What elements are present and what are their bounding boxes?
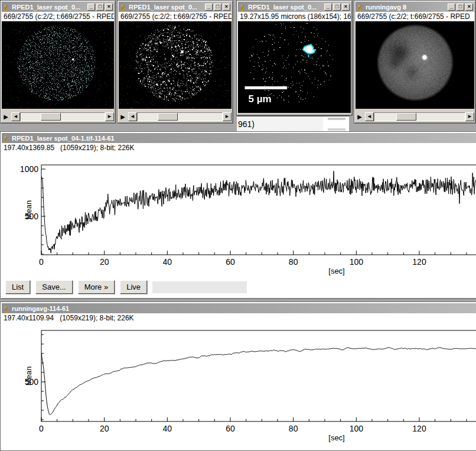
play-icon[interactable]: ▶ [119,113,127,120]
minimize-icon[interactable]: _ [87,4,95,11]
image-canvas[interactable] [119,21,232,109]
svg-text:80: 80 [289,257,298,267]
status-text: 669/2755 (c:2/2; t:669/2755 - RPED [119,12,232,21]
background-window[interactable]: 961) [237,116,349,132]
svg-text:Mean: Mean [24,200,33,220]
window-plot-raw[interactable]: RPED1_laser spot_04-1.tif-114-61 197.40x… [0,131,476,299]
svg-text:100: 100 [350,424,364,433]
imagej-icon [3,135,10,142]
maximize-icon[interactable]: □ [457,4,464,11]
imagej-icon [3,305,10,312]
svg-text:[sec]: [sec] [328,267,344,275]
scrollbar-thumb[interactable] [41,113,61,121]
window-laser-spot-3[interactable]: RPED1_laser spot_0... _ □ × 19.27x15.95 … [236,0,353,116]
title-bar[interactable]: runningavg-114-61 [2,303,476,313]
status-text: 669/2755 (c:2/2; t:669/2755 - RPED [356,12,474,21]
frame-scrollbar[interactable]: ◀ ▶ [128,112,232,121]
maximize-icon[interactable]: □ [96,4,104,11]
svg-text:40: 40 [163,257,172,267]
scrollbar-track[interactable] [137,112,223,121]
scrollbar-thumb[interactable] [158,113,178,121]
scrollbar-track[interactable] [374,112,465,121]
status-text: 669/2755 (c:2/2; t:669/2755 - RPED [2,12,114,21]
svg-text:60: 60 [226,257,235,267]
plot-canvas[interactable]: 0204060801001205001000[sec]Mean [2,153,476,278]
save-button[interactable]: Save... [35,280,72,294]
plot-region: 0204060801001205001000[sec]Mean List Sav… [2,153,476,297]
maximize-icon[interactable]: □ [214,4,221,11]
svg-text:120: 120 [412,257,426,267]
scrollbar-track[interactable] [20,112,105,121]
scrollbar-thumb[interactable] [396,113,416,121]
svg-text:0: 0 [39,257,44,267]
background-scrollbar-thumb-2[interactable] [328,128,345,131]
frame-control-bar: ▶ ◀ ▶ [356,109,474,123]
window-runningavg-8[interactable]: runningavg 8 _ □ × 669/2755 (c:2/2; t:66… [354,0,476,124]
frame-scrollbar[interactable]: ◀ ▶ [365,112,474,121]
maximize-icon[interactable]: □ [333,4,341,11]
image-canvas[interactable] [238,21,351,113]
window-title: RPED1_laser spot_0... [129,4,203,11]
frame-scrollbar[interactable]: ◀ ▶ [11,112,114,121]
imagej-icon [239,4,246,11]
svg-text:[sec]: [sec] [328,433,344,442]
svg-text:1000: 1000 [20,164,38,174]
frame-control-bar: ▶ ◀ ▶ [2,109,114,123]
imagej-icon [120,4,127,11]
more-button[interactable]: More » [78,280,115,294]
svg-text:60: 60 [226,424,235,433]
title-bar[interactable]: RPED1_laser spot_0... _ □ × [2,2,114,12]
desktop: RPED1_laser spot_0... _ □ × 669/2755 (c:… [0,0,476,451]
plot-button-row: List Save... More » Live [5,280,247,294]
scroll-right-icon[interactable]: ▶ [105,112,114,121]
play-icon[interactable]: ▶ [2,113,10,120]
imagej-icon [357,4,364,11]
window-laser-spot-1[interactable]: RPED1_laser spot_0... _ □ × 669/2755 (c:… [0,0,116,124]
play-icon[interactable]: ▶ [356,113,364,120]
title-bar[interactable]: RPED1_laser spot_0... _ □ × [238,2,351,12]
plot-region: 020406080100120500[sec]Mean [2,323,476,451]
window-title: RPED1_laser spot_04-1.tif-114-61 [12,135,476,142]
frame-control-bar: ▶ ◀ ▶ [119,109,232,123]
close-icon[interactable]: × [465,4,473,11]
background-window-text: 961) [238,119,255,129]
title-bar[interactable]: RPED1_laser spot_04-1.tif-114-61 [2,133,476,143]
close-icon[interactable]: × [342,4,350,11]
scroll-right-icon[interactable]: ▶ [465,112,474,121]
plot-canvas[interactable]: 020406080100120500[sec]Mean [2,323,476,451]
svg-text:120: 120 [412,424,426,433]
svg-text:20: 20 [100,424,109,433]
background-scrollbar-thumb[interactable] [328,118,345,120]
window-title: RPED1_laser spot_0... [12,4,86,11]
imagej-icon [3,4,10,11]
status-text: 19.27x15.95 microns (186x154); 16 [238,12,351,21]
window-laser-spot-2[interactable]: RPED1_laser spot_0... _ □ × 669/2755 (c:… [117,0,233,124]
minimize-icon[interactable]: _ [324,4,332,11]
svg-text:40: 40 [163,424,172,433]
svg-text:20: 20 [100,257,109,267]
scroll-left-icon[interactable]: ◀ [365,112,374,121]
close-icon[interactable]: × [223,4,230,11]
list-button[interactable]: List [5,280,30,294]
window-plot-runningavg[interactable]: runningavg-114-61 197.40x1109.94 (1059x2… [0,301,476,451]
scroll-left-icon[interactable]: ◀ [128,112,137,121]
minimize-icon[interactable]: _ [448,4,455,11]
svg-text:80: 80 [289,424,298,433]
live-button[interactable]: Live [120,280,147,294]
window-title: runningavg-114-61 [12,305,476,312]
svg-text:0: 0 [39,424,44,433]
image-canvas[interactable] [2,21,114,109]
coordinate-readout [152,281,247,293]
scroll-right-icon[interactable]: ▶ [223,112,232,121]
status-text: 197.40x1369.85 (1059x219); 8-bit; 226K [2,143,476,153]
scroll-left-icon[interactable]: ◀ [11,112,20,121]
title-bar[interactable]: runningavg 8 _ □ × [356,2,474,12]
image-canvas[interactable] [356,21,474,109]
window-title: runningavg 8 [366,4,446,11]
minimize-icon[interactable]: _ [205,4,213,11]
close-icon[interactable]: × [105,4,113,11]
status-text: 197.40x1109.94 (1059x219); 8-bit; 226K [2,313,476,323]
svg-text:100: 100 [350,257,364,267]
svg-text:Mean: Mean [24,366,33,386]
title-bar[interactable]: RPED1_laser spot_0... _ □ × [119,2,232,12]
